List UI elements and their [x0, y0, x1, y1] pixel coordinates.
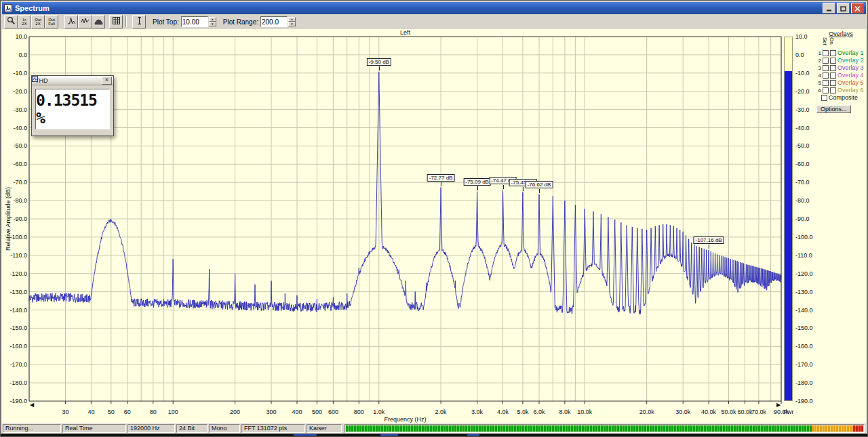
peak-marker-line	[709, 245, 709, 249]
overlay-on-checkbox[interactable]	[830, 65, 836, 71]
thd-window[interactable]: THD ✕ 0.13515 %	[31, 75, 114, 136]
status-panel: Mono	[209, 424, 240, 433]
close-button[interactable]	[851, 3, 864, 14]
plot-top-spin-down-icon[interactable]: ▼	[209, 22, 216, 26]
overlay-on-checkbox[interactable]	[830, 87, 836, 93]
x-tick-label: 8.0k	[559, 409, 570, 415]
overlay-set-checkbox[interactable]	[823, 50, 829, 56]
peak-marker-line	[379, 66, 380, 70]
overlays-set-column-header: Set	[821, 37, 828, 49]
y-tick-label-right: -90.0	[795, 215, 823, 222]
status-panel: 192000 Hz	[127, 424, 175, 433]
overlays-header: Overlays	[815, 30, 867, 37]
x-scroll-right-button[interactable]: ▶	[776, 402, 781, 408]
marker-tool-button[interactable]	[132, 15, 146, 28]
magnifier-icon	[7, 16, 16, 28]
thd-close-icon[interactable]: ✕	[102, 77, 112, 85]
x-scroll-left-button[interactable]: ◀	[30, 402, 34, 408]
overlay-number: 1	[815, 50, 821, 56]
y-tick-label-left: 0.0	[5, 51, 27, 58]
plot-range-spin-up-icon[interactable]: ▲	[288, 17, 296, 22]
zoom-out-full-button[interactable]: OutFull	[45, 15, 58, 28]
overlay-set-checkbox[interactable]	[823, 65, 829, 71]
y-tick-label-left: -170.0	[5, 361, 27, 368]
overlay-set-checkbox[interactable]	[823, 72, 829, 79]
x-tick-label: 6.0k	[533, 409, 545, 415]
y-tick-label-right: -110.0	[795, 252, 823, 259]
data-table-button[interactable]	[109, 15, 123, 28]
overlay-label: Overlay 4	[837, 72, 864, 79]
peak-value-label: -76.62 dB	[526, 181, 553, 188]
power-meter-fill	[785, 71, 792, 400]
zoom-out-2x-button-label: 2X	[35, 22, 40, 26]
app-icon	[4, 4, 12, 12]
statusbar: Running...Real Time192000 Hz24 BitMonoFF…	[2, 423, 866, 434]
peak-marker-line	[477, 186, 478, 190]
plot-top-spin-up-icon[interactable]: ▲	[209, 17, 216, 22]
peak-hold-button[interactable]	[64, 15, 78, 28]
overlay-set-checkbox[interactable]	[823, 80, 829, 86]
peak-marker-line	[539, 189, 540, 193]
zoom-select-button[interactable]	[4, 15, 18, 28]
status-panel: Kaiser	[307, 424, 342, 433]
y-tick-label-right: -60.0	[795, 161, 823, 167]
plot-range-input[interactable]	[260, 16, 288, 27]
overlay-on-checkbox[interactable]	[830, 80, 836, 86]
y-tick-label-left: -90.0	[5, 215, 27, 222]
y-tick-label-right: -70.0	[795, 179, 823, 186]
x-tick-label: 80	[150, 409, 157, 415]
overlay-set-checkbox[interactable]	[823, 58, 829, 64]
zoom-out-full-button-label: Full	[48, 22, 55, 26]
overlay-on-checkbox[interactable]	[830, 50, 836, 56]
filled-curve-icon	[94, 16, 103, 28]
meter-red-segment	[853, 425, 863, 432]
y-tick-label-right: -190.0	[795, 398, 823, 404]
y-tick-label-left: -60.0	[5, 161, 27, 167]
y-tick-label-left: -100.0	[5, 234, 27, 241]
y-tick-label-left: -20.0	[5, 88, 27, 95]
y-tick-label-right: -120.0	[795, 270, 823, 277]
grid-icon	[112, 16, 121, 28]
filled-plot-button[interactable]	[92, 15, 105, 28]
thd-titlebar[interactable]: THD ✕	[32, 76, 113, 85]
overlay-row: 6Overlay 6	[815, 87, 867, 93]
plot-client-area: Left Relative Amplitude (dB) Frequency (…	[2, 29, 866, 423]
composite-label: Composite	[829, 94, 858, 101]
y-tick-label-left: 10.0	[5, 33, 27, 40]
overlay-number: 4	[815, 72, 821, 79]
overlay-on-checkbox[interactable]	[830, 58, 836, 64]
minimize-button[interactable]	[823, 3, 835, 14]
zoom-out-2x-button[interactable]: Out2X	[31, 15, 45, 28]
zoom-in-2x-button[interactable]: In2X	[18, 15, 31, 28]
y-tick-label-right: -80.0	[795, 197, 823, 204]
overlays-panel: Overlays Set On 1Overlay 12Overlay 23Ove…	[815, 30, 867, 114]
overlay-set-checkbox[interactable]	[823, 87, 829, 93]
overlay-row: 5Overlay 5	[815, 79, 867, 86]
overlay-label: Overlay 3	[837, 64, 864, 71]
window-title: Spectrum	[15, 4, 821, 12]
overlays-options-button[interactable]: Options...	[816, 105, 851, 113]
spectrum-window: Spectrum In2XOut2XOutFull Plot Top: ▲▼ P…	[0, 0, 868, 437]
x-tick-label: 60.0k	[737, 409, 752, 415]
thd-window-title: THD	[35, 77, 102, 84]
x-axis-title: Frequency (Hz)	[29, 416, 781, 423]
maximize-button[interactable]	[837, 3, 850, 14]
overlay-number: 2	[815, 58, 821, 64]
line-curve-icon	[81, 16, 90, 28]
plot-title: Left	[29, 29, 781, 36]
toolbar-separator	[125, 16, 127, 27]
titlebar[interactable]: Spectrum	[2, 2, 866, 14]
line-plot-button[interactable]	[78, 15, 92, 28]
peak-value-label: -9.50 dB	[367, 58, 391, 66]
x-tick-label: 4.0k	[497, 409, 509, 415]
y-tick-label-right: -100.0	[795, 234, 823, 241]
y-tick-label-left: -110.0	[5, 252, 27, 259]
composite-checkbox[interactable]	[821, 95, 827, 101]
plot-range-spin-down-icon[interactable]: ▼	[288, 22, 296, 26]
overlay-on-checkbox[interactable]	[830, 72, 836, 79]
taskbar-strip	[1, 434, 867, 436]
plot-top-input[interactable]	[181, 16, 208, 27]
x-tick-label: 2.0k	[435, 409, 447, 415]
y-tick-label-left: -80.0	[5, 197, 27, 204]
y-tick-label-left: -70.0	[5, 179, 27, 186]
